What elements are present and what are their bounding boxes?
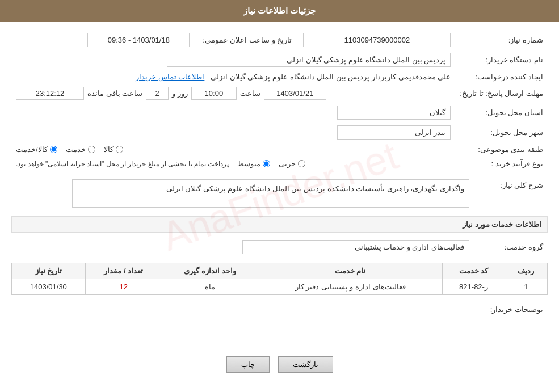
- city-label: شهر محل تحویل:: [455, 123, 548, 142]
- reply-deadline-label: مهلت ارسال پاسخ: تا تاریخ:: [455, 84, 548, 103]
- reply-day-label: روز و: [172, 89, 188, 98]
- col-row-num: ردیف: [505, 263, 547, 279]
- buyer-desc-label: توضیحات خریدار:: [474, 301, 548, 348]
- purchase-motavasset-label: متوسط: [237, 159, 260, 168]
- org-name-value: پردیس بین الملل دانشگاه علوم پزشکی گیلان…: [167, 53, 451, 67]
- subject-khadamat-input[interactable]: [88, 146, 95, 153]
- announce-date-label: تاریخ و ساعت اعلان عمومی:: [194, 30, 296, 50]
- province-value: گیلان: [337, 106, 451, 120]
- cell-quantity: 12: [85, 279, 162, 295]
- general-desc-label: شرح کلی نیاز:: [474, 176, 548, 210]
- purchase-jozi-label: جزیی: [279, 159, 296, 168]
- creator-value: علی محمدقدیمی کاربردار پردیس بین الملل د…: [211, 73, 451, 81]
- col-service-code: کد خدمت: [443, 263, 505, 279]
- purchase-motavasset-input[interactable]: [263, 160, 270, 167]
- service-group-value: فعالیت‌های اداری و خدمات پشتیبانی: [242, 240, 469, 254]
- creator-label: ایجاد کننده درخواست:: [455, 70, 548, 84]
- purchase-motavasset-radio[interactable]: متوسط: [237, 159, 270, 168]
- city-value: بندر انزلی: [337, 125, 451, 140]
- buyer-desc-textarea[interactable]: [16, 304, 469, 343]
- reply-date-value: 1403/01/21: [264, 87, 326, 100]
- reply-remaining-value: 23:12:12: [16, 87, 84, 100]
- creator-contact-link[interactable]: اطلاعات تماس خریدار: [136, 73, 204, 81]
- purchase-jozi-input[interactable]: [298, 160, 305, 167]
- page-title: جزئیات اطلاعات نیاز: [243, 6, 316, 15]
- announce-date-value: 1403/01/18 - 09:36: [87, 33, 190, 47]
- page-header: جزئیات اطلاعات نیاز: [0, 0, 559, 22]
- table-row: 1 ز-82-821 فعالیت‌های اداره و پشتیبانی د…: [12, 279, 548, 295]
- purchase-jozi-radio[interactable]: جزیی: [279, 159, 305, 168]
- subject-kala-radio[interactable]: کالا: [104, 145, 123, 154]
- subject-khadamat-label: خدمت: [66, 145, 86, 154]
- cell-service-code: ز-82-821: [443, 279, 505, 295]
- button-row: بازگشت چاپ: [11, 356, 548, 373]
- back-button[interactable]: بازگشت: [278, 356, 333, 373]
- services-section-title: اطلاعات خدمات مورد نیاز: [11, 216, 548, 233]
- reply-time-label: ساعت: [240, 89, 260, 98]
- request-number-value: 1103094739000002: [303, 33, 451, 47]
- subject-kala-input[interactable]: [116, 146, 123, 153]
- province-label: استان محل تحویل:: [455, 103, 548, 123]
- cell-unit: ماه: [162, 279, 258, 295]
- subject-kala-khadamat-input[interactable]: [50, 146, 57, 153]
- request-number-label: شماره نیاز:: [455, 30, 548, 50]
- subject-kala-khadamat-label: کالا/خدمت: [16, 145, 48, 154]
- subject-khadamat-radio[interactable]: خدمت: [66, 145, 95, 154]
- reply-day-value: 2: [146, 87, 169, 100]
- col-quantity: تعداد / مقدار: [85, 263, 162, 279]
- reply-time-value: 10:00: [191, 87, 237, 100]
- col-unit: واحد اندازه گیری: [162, 263, 258, 279]
- general-desc-value: واگذاری نگهداری، راهبری تأسیسات دانشکده …: [166, 184, 464, 193]
- cell-date: 1403/01/30: [12, 279, 86, 295]
- subject-kala-label: کالا: [104, 145, 114, 154]
- cell-service-name: فعالیت‌های اداره و پشتیبانی دفتر کار: [258, 279, 442, 295]
- org-name-label: نام دستگاه خریدار:: [455, 50, 548, 70]
- print-button[interactable]: چاپ: [226, 356, 270, 373]
- subject-label: طبقه بندی موضوعی:: [455, 142, 548, 157]
- reply-remaining-label: ساعت باقی مانده: [87, 89, 142, 98]
- col-date: تاریخ نیاز: [12, 263, 86, 279]
- subject-kala-khadamat-radio[interactable]: کالا/خدمت: [16, 145, 57, 154]
- purchase-type-label: نوع فرآیند خرید :: [455, 157, 548, 171]
- purchase-desc: پرداخت تمام یا بخشی از مبلغ خریدار از مح…: [16, 160, 229, 168]
- cell-row-num: 1: [505, 279, 547, 295]
- services-table: ردیف کد خدمت نام خدمت واحد اندازه گیری ت…: [11, 263, 548, 295]
- col-service-name: نام خدمت: [258, 263, 442, 279]
- service-group-label: گروه خدمت:: [474, 237, 548, 257]
